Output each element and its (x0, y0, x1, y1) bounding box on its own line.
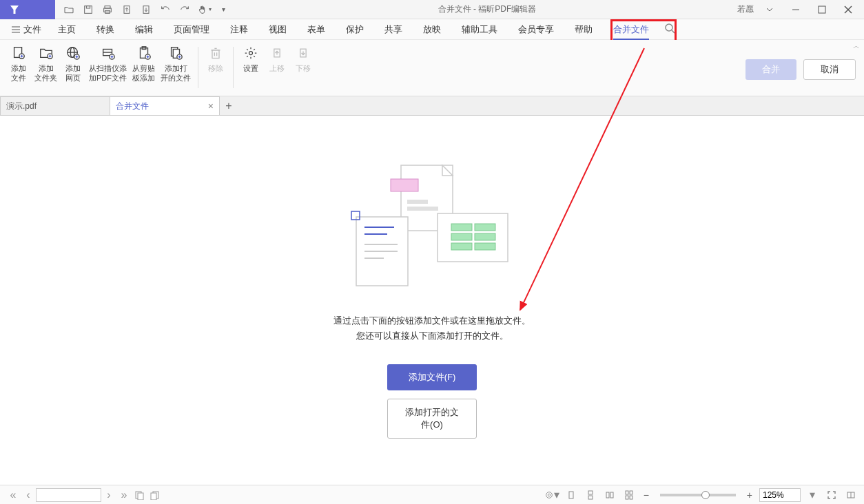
menu-convert[interactable]: 转换 (87, 23, 124, 36)
tab-merge[interactable]: 合并文件 × (110, 96, 220, 115)
next-page-icon[interactable]: › (101, 487, 116, 503)
add-scan-button[interactable]: 从扫描仪添 加PDF文件 (86, 43, 130, 84)
print-icon[interactable] (99, 1, 116, 18)
continuous-icon[interactable] (583, 487, 598, 503)
cancel-button[interactable]: 取消 (803, 59, 856, 80)
close-icon[interactable] (838, 1, 858, 18)
add-web-button[interactable]: 添加 网页 (60, 43, 86, 84)
remove-button: 移除 (203, 43, 229, 74)
svg-rect-60 (475, 233, 495, 240)
page-input[interactable] (36, 488, 101, 502)
add-files-button[interactable]: 添加文件(F) (387, 364, 477, 390)
add-clipboard-button[interactable]: 从剪贴 板添加 (130, 43, 158, 84)
collapse-ribbon-icon[interactable]: ︿ (853, 41, 860, 51)
svg-rect-56 (438, 213, 508, 262)
zoom-slider[interactable] (660, 494, 736, 496)
settings-label: 设置 (243, 63, 258, 73)
tab-demo[interactable]: 演示.pdf (0, 96, 110, 115)
svg-rect-0 (85, 6, 92, 13)
page-fwd-icon[interactable] (132, 487, 147, 503)
svg-rect-8 (819, 6, 825, 13)
menu-help[interactable]: 帮助 (565, 23, 602, 36)
facing-icon[interactable] (602, 487, 617, 503)
svg-rect-86 (630, 496, 632, 499)
move-up-label: 上移 (269, 63, 285, 73)
prev-page-icon[interactable]: ‹ (21, 487, 36, 503)
menu-form[interactable]: 表单 (298, 23, 335, 36)
merge-button[interactable]: 合并 (745, 59, 796, 80)
ribbon: 添加 文件 添加 文件夹 添加 网页 从扫描仪添 加PDF文件 从剪贴 板添加 … (0, 40, 864, 96)
separator (233, 47, 234, 88)
tab-add-button[interactable]: + (219, 96, 238, 115)
tab-label: 合并文件 (116, 101, 149, 112)
svg-point-77 (548, 494, 551, 496)
zoom-in-icon[interactable]: + (744, 490, 755, 501)
svg-rect-44 (212, 50, 219, 59)
add-folder-button[interactable]: 添加 文件夹 (32, 43, 60, 84)
settings-button[interactable]: 设置 (238, 43, 264, 74)
statusbar: « ‹ › » ▾ − + ▾ (0, 485, 864, 504)
zoom-dropdown-icon[interactable]: ▾ (805, 487, 820, 503)
menu-protect[interactable]: 保护 (336, 23, 373, 36)
svg-rect-81 (606, 492, 609, 498)
svg-rect-82 (610, 492, 613, 498)
tabbar: 演示.pdf 合并文件 × + (0, 96, 864, 116)
svg-rect-59 (451, 233, 472, 240)
save-icon[interactable] (80, 1, 96, 18)
svg-rect-61 (451, 243, 472, 250)
hand-icon[interactable]: ▾ (196, 1, 212, 18)
menu-comment[interactable]: 注释 (220, 23, 258, 36)
zoom-out-icon[interactable]: − (641, 490, 652, 501)
svg-rect-55 (407, 207, 438, 211)
svg-rect-73 (138, 493, 143, 500)
menu-slideshow[interactable]: 放映 (413, 23, 451, 36)
menu-vip[interactable]: 会员专享 (508, 23, 564, 36)
add-scan-label: 从扫描仪添 加PDF文件 (89, 63, 127, 83)
search-icon[interactable] (664, 23, 675, 36)
redo-icon[interactable] (176, 1, 193, 18)
view-toggle-icon[interactable]: ▾ (544, 487, 559, 503)
facing-continuous-icon[interactable] (621, 487, 637, 503)
svg-rect-54 (407, 200, 428, 204)
undo-icon[interactable] (157, 1, 174, 18)
fullscreen-icon[interactable] (824, 487, 839, 503)
page-back-icon[interactable] (147, 487, 162, 503)
add-open-files-button[interactable]: 添加打开的文件(O) (387, 399, 477, 439)
instruction-line2: 您还可以直接从下面添加打开的文件。 (333, 328, 531, 344)
add-clipboard-label: 从剪贴 板添加 (132, 63, 155, 83)
menu-edit[interactable]: 编辑 (125, 23, 163, 36)
last-page-icon[interactable]: » (116, 487, 132, 503)
single-page-icon[interactable] (564, 487, 579, 503)
menu-share[interactable]: 共享 (375, 23, 412, 36)
minimize-icon[interactable] (785, 1, 806, 18)
qat-dropdown-icon[interactable]: ▾ (215, 1, 232, 18)
move-down-button: 下移 (290, 43, 316, 74)
content-area: 通过点击下面的按钮添加文件或在这里拖放文件。 您还可以直接从下面添加打开的文件。… (0, 116, 864, 485)
menubar: 文件 主页 转换 编辑 页面管理 注释 视图 表单 保护 共享 放映 辅助工具 … (0, 19, 864, 40)
svg-rect-80 (588, 496, 593, 499)
user-name[interactable]: 若愿 (737, 3, 754, 15)
open-icon[interactable] (61, 1, 77, 18)
add-file-button[interactable]: 添加 文件 (6, 43, 32, 84)
menu-view[interactable]: 视图 (259, 23, 296, 36)
menu-page[interactable]: 页面管理 (164, 23, 219, 36)
maximize-icon[interactable] (812, 1, 832, 18)
page-prev-icon[interactable] (119, 1, 135, 18)
app-logo[interactable] (0, 0, 55, 19)
add-open-button[interactable]: 添加打 开的文件 (158, 43, 194, 84)
add-open-label: 添加打 开的文件 (161, 63, 191, 83)
tab-label: 演示.pdf (6, 101, 37, 112)
menu-merge[interactable]: 合并文件 (604, 23, 659, 36)
tab-close-icon[interactable]: × (208, 101, 214, 112)
menu-home[interactable]: 主页 (48, 23, 85, 36)
user-dropdown-icon[interactable] (759, 1, 780, 18)
first-page-icon[interactable]: « (6, 487, 21, 503)
read-mode-icon[interactable] (843, 487, 858, 503)
zoom-input[interactable] (759, 488, 801, 502)
menu-tools[interactable]: 辅助工具 (452, 23, 507, 36)
menu-file[interactable]: 文件 (6, 23, 47, 36)
add-folder-label: 添加 文件夹 (34, 63, 57, 83)
page-next-icon[interactable] (138, 1, 154, 18)
svg-rect-58 (475, 224, 495, 231)
svg-rect-75 (151, 493, 156, 500)
